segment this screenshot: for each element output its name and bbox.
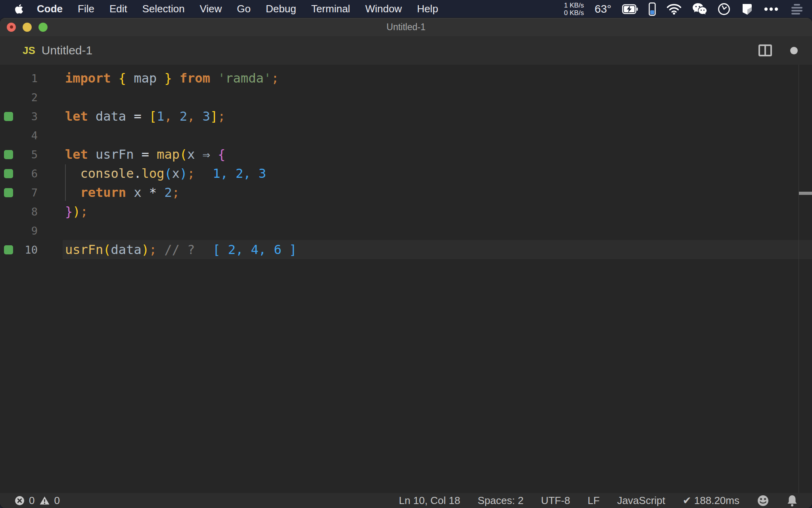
- split-editor-icon[interactable]: [758, 44, 772, 56]
- menu-item-selection[interactable]: Selection: [135, 3, 192, 15]
- clock-icon[interactable]: [718, 3, 730, 15]
- code-content[interactable]: console.log(x);1, 2, 3: [65, 166, 266, 181]
- code-line-9[interactable]: 9: [0, 221, 812, 240]
- code-content[interactable]: });: [65, 204, 88, 219]
- line-number[interactable]: 2: [17, 91, 38, 104]
- quokka-inline-value: 1, 2, 3: [213, 166, 266, 181]
- wifi-icon[interactable]: [666, 3, 682, 15]
- app-cube-icon[interactable]: [741, 2, 753, 15]
- menu-item-edit[interactable]: Edit: [102, 3, 135, 15]
- code-line-8[interactable]: 8});: [0, 202, 812, 221]
- line-number[interactable]: 8: [17, 206, 38, 218]
- code-token: ;: [172, 185, 180, 200]
- code-token: =: [134, 109, 141, 124]
- indentation[interactable]: Spaces: 2: [478, 495, 524, 507]
- code-token: [195, 147, 203, 162]
- coverage-square-icon: [4, 245, 13, 254]
- code-token: ,: [164, 109, 172, 124]
- code-token: }: [65, 204, 73, 219]
- cursor-position[interactable]: Ln 10, Col 18: [399, 495, 460, 507]
- menu-item-help[interactable]: Help: [410, 3, 446, 15]
- code-token: [210, 147, 218, 162]
- code-token: [88, 147, 96, 162]
- menu-item-code[interactable]: Code: [29, 3, 70, 15]
- code-token: 1: [157, 109, 164, 124]
- problems-indicator[interactable]: 0 0: [14, 495, 60, 507]
- code-line-2[interactable]: 2: [0, 88, 812, 107]
- menu-item-terminal[interactable]: Terminal: [304, 3, 358, 15]
- close-button[interactable]: [7, 23, 16, 32]
- line-number[interactable]: 10: [17, 244, 38, 256]
- code-line-3[interactable]: 3let data = [1, 2, 3];: [0, 107, 812, 126]
- zoom-button[interactable]: [38, 23, 48, 32]
- menu-item-debug[interactable]: Debug: [258, 3, 304, 15]
- code-token: data: [96, 109, 126, 124]
- menubar-icons: [622, 2, 805, 16]
- window-title-bar[interactable]: Untitled-1: [0, 18, 812, 36]
- code-token: ;: [218, 109, 225, 124]
- tab-actions: [758, 44, 798, 56]
- code-editor[interactable]: 1import { map } from 'ramda';23let data …: [0, 65, 812, 493]
- ellipsis-icon[interactable]: [764, 7, 778, 11]
- code-line-10[interactable]: 10usrFn(data); // ?[ 2, 4, 6 ]: [0, 240, 812, 259]
- menu-item-view[interactable]: View: [192, 3, 230, 15]
- coverage-square-icon: [4, 188, 13, 197]
- wechat-icon[interactable]: [692, 3, 707, 15]
- code-token: (: [164, 166, 172, 181]
- code-token: ;: [149, 242, 157, 257]
- code-token: [172, 109, 180, 124]
- line-number[interactable]: 4: [17, 129, 38, 142]
- code-token: [126, 71, 134, 86]
- code-token: [210, 71, 218, 86]
- menu-item-window[interactable]: Window: [358, 3, 409, 15]
- quokka-coverage-marker: [0, 112, 17, 121]
- code-line-6[interactable]: 6 console.log(x);1, 2, 3: [0, 164, 812, 183]
- battery-charging-icon[interactable]: [622, 4, 638, 14]
- code-token: ;: [80, 204, 88, 219]
- code-token: {: [218, 147, 225, 162]
- line-number[interactable]: 3: [17, 110, 38, 123]
- temperature[interactable]: 63°: [595, 3, 611, 15]
- list-menu-icon[interactable]: [789, 4, 805, 15]
- code-line-1[interactable]: 1import { map } from 'ramda';: [0, 69, 812, 88]
- code-content[interactable]: let usrFn = map(x ⇒ {: [65, 147, 226, 162]
- unsaved-changes-dot[interactable]: [790, 47, 798, 54]
- menubar-status-area: 1 KB/s 0 KB/s 63°: [564, 2, 812, 17]
- bell-icon[interactable]: [787, 495, 798, 507]
- menu-item-go[interactable]: Go: [230, 3, 259, 15]
- line-number[interactable]: 1: [17, 72, 38, 85]
- encoding[interactable]: UTF-8: [541, 495, 570, 507]
- quokka-time[interactable]: ✔ 188.20ms: [683, 495, 739, 507]
- smiley-icon[interactable]: [757, 495, 769, 507]
- language-mode[interactable]: JavaScript: [617, 495, 665, 507]
- apple-logo-icon[interactable]: [14, 4, 24, 14]
- screen: CodeFileEditSelectionViewGoDebugTerminal…: [0, 0, 812, 508]
- line-number[interactable]: 5: [17, 148, 38, 161]
- eol[interactable]: LF: [588, 495, 599, 507]
- line-number[interactable]: 9: [17, 225, 38, 237]
- code-line-7[interactable]: 7 return x * 2;: [0, 183, 812, 202]
- code-content[interactable]: return x * 2;: [65, 185, 180, 200]
- network-speed[interactable]: 1 KB/s 0 KB/s: [564, 2, 584, 17]
- code-content[interactable]: import { map } from 'ramda';: [65, 71, 279, 86]
- code-line-5[interactable]: 5let usrFn = map(x ⇒ {: [0, 145, 812, 164]
- tab-file-name[interactable]: Untitled-1: [42, 44, 92, 57]
- code-token: .: [134, 166, 141, 181]
- code-token: [134, 147, 141, 162]
- device-battery-icon[interactable]: [649, 2, 656, 16]
- code-content[interactable]: usrFn(data); // ?[ 2, 4, 6 ]: [65, 242, 297, 257]
- traffic-lights: [7, 18, 48, 36]
- minimize-button[interactable]: [23, 23, 32, 32]
- code-token: import: [65, 71, 111, 86]
- code-token: [157, 71, 164, 86]
- line-number[interactable]: 7: [17, 187, 38, 199]
- code-token: [111, 71, 119, 86]
- quokka-coverage-marker: [0, 169, 17, 178]
- quokka-coverage-marker: [0, 150, 17, 159]
- code-content[interactable]: let data = [1, 2, 3];: [65, 109, 226, 124]
- quokka-coverage-marker: [0, 188, 17, 197]
- code-token: [195, 109, 203, 124]
- line-number[interactable]: 6: [17, 167, 38, 180]
- menu-item-file[interactable]: File: [70, 3, 102, 15]
- code-line-4[interactable]: 4: [0, 126, 812, 145]
